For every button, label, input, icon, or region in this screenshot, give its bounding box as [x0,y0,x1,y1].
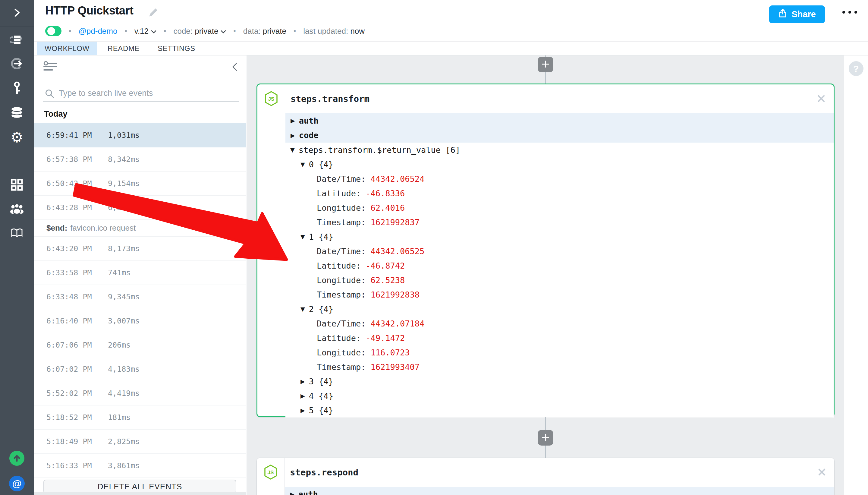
sidebar-item-docs[interactable] [0,222,34,246]
tree-index-row[interactable]: ▼0 {4} [285,157,834,172]
triangle-collapsed-icon[interactable]: ▶ [290,491,294,495]
event-row[interactable]: 6:33:48 PM9,345ms [34,285,246,309]
events-search [43,85,239,102]
event-duration: 181ms [108,413,131,422]
step-card-header: steps.transform [285,84,834,113]
field-value: 1621992837 [371,218,420,227]
triangle-collapsed-icon[interactable]: ▶ [291,132,295,139]
owner-link[interactable]: @pd-demo [79,27,117,36]
field-value: 62.4016 [371,203,405,212]
step-card-gutter: JS [257,458,284,495]
event-row[interactable]: 6:50:42 PM9,154ms [34,172,246,195]
event-row[interactable]: 6:16:40 PM3,007ms [34,309,246,333]
step-card-respond[interactable]: JS steps.respond ▶auth [257,458,835,495]
event-row[interactable]: 5:16:33 PM3,861ms [34,454,246,478]
tree-field-row: Latitude:-46.8742 [285,258,834,273]
field-key: Timestamp: [317,218,366,227]
share-button[interactable]: Share [769,5,825,23]
at-sign-icon: @ [9,476,25,491]
tree-index-row[interactable]: ▼1 {4} [285,229,834,244]
sidebar-deploy-button[interactable] [0,450,34,466]
triangle-expanded-icon[interactable]: ▼ [300,306,305,312]
edit-title-pencil-icon[interactable] [148,7,158,19]
sidebar-expand-button[interactable] [0,2,34,24]
sidebar-item-settings[interactable]: ⚙ [0,125,34,150]
tree-root-row[interactable]: ▼steps.transform.$return_value [6] [285,142,834,157]
sidebar-item-accounts[interactable] [0,76,34,101]
sidebar-profile-avatar[interactable]: @ [0,475,34,493]
sidebar-item-community[interactable] [0,197,34,221]
deploy-toggle[interactable] [45,26,62,36]
tree-index-row[interactable]: ▶3 {4} [285,374,834,389]
field-value: 44342.06524 [371,174,425,184]
more-options-button[interactable] [840,9,859,15]
triangle-collapsed-icon[interactable]: ▶ [300,378,305,385]
tab-readme[interactable]: README [100,41,147,55]
sidebar-item-workflows[interactable] [0,28,34,52]
event-time: 5:18:49 PM [47,437,108,446]
event-row[interactable]: 6:43:20 PM8,173ms [34,237,246,261]
search-icon [45,89,55,99]
filter-icon[interactable] [44,61,57,73]
book-icon [10,227,23,240]
event-row[interactable]: 6:59:41 PM1,031ms [34,123,246,148]
field-value: 1621993407 [371,362,420,372]
section-row-auth[interactable]: ▶auth [285,113,834,128]
events-list: 6:59:41 PM1,031ms6:57:38 PM8,342ms6:50:4… [34,123,246,478]
event-row[interactable]: 5:18:52 PM181ms [34,406,246,430]
tree-index-row[interactable]: ▼2 {4} [285,302,834,316]
event-row[interactable]: 6:07:02 PM4,183ms [34,357,246,381]
database-icon [10,106,23,120]
triangle-expanded-icon[interactable]: ▼ [300,233,305,240]
event-time: 6:50:42 PM [47,179,108,188]
triangle-collapsed-icon[interactable]: ▶ [300,393,305,399]
event-row[interactable]: 5:18:49 PM2,825ms [34,430,246,454]
triangle-expanded-icon[interactable]: ▼ [290,147,295,153]
app-sidebar: ⚙ [0,0,34,495]
workflow-header: HTTP Quickstart • @pd-demo • v.12 • code… [34,0,868,41]
tree-field-row: Timestamp:1621993407 [285,360,834,374]
collapse-panel-chevron-icon[interactable] [231,63,238,72]
event-time: 6:33:58 PM [47,268,108,277]
triangle-collapsed-icon[interactable]: ▶ [291,117,295,124]
version-dropdown[interactable]: v.12 [135,27,156,36]
close-icon[interactable] [817,95,825,104]
field-key: Longitude: [317,275,366,285]
section-row-auth[interactable]: ▶auth [285,487,834,495]
tree-field-row: Longitude:62.5238 [285,273,834,287]
event-duration: 3,007ms [108,317,140,325]
event-row[interactable]: 6:07:06 PM206ms [34,333,246,357]
event-row[interactable]: 5:52:02 PM4,419ms [34,381,246,406]
field-key: Date/Time: [317,174,366,184]
add-step-button-top[interactable]: + [538,57,553,72]
section-row-code[interactable]: ▶code [285,128,834,143]
delete-all-events-button[interactable]: DELETE ALL EVENTS [44,480,236,494]
add-step-button-bottom[interactable]: + [538,430,553,446]
tree-index-row[interactable]: ▶5 {4} [285,403,834,417]
help-button[interactable]: ? [849,61,864,76]
sidebar-item-event-sources[interactable] [0,53,34,77]
event-time: 6:59:41 PM [47,131,108,140]
event-time: 6:33:48 PM [47,292,108,301]
search-input[interactable] [43,85,239,101]
event-time: 5:52:02 PM [47,389,108,398]
tab-workflow[interactable]: WORKFLOW [37,41,97,55]
close-icon[interactable] [818,468,826,477]
page-title: HTTP Quickstart [45,4,134,17]
tree-index-label: 5 {4} [309,406,333,415]
event-row[interactable]: 6:33:58 PM741ms [34,261,246,285]
event-row[interactable]: 6:57:38 PM8,342ms [34,148,246,172]
tree-index-row[interactable]: ▶4 {4} [285,389,834,403]
triangle-collapsed-icon[interactable]: ▶ [300,407,305,414]
event-time: 6:43:28 PM [47,203,108,212]
triangle-expanded-icon[interactable]: ▼ [300,161,305,168]
event-row[interactable]: 6:43:28 PM6,293ms [34,195,246,220]
sidebar-item-apps[interactable] [0,173,34,198]
step-card-transform[interactable]: JS steps.transform ▶auth▶code ▼steps.tra… [257,84,835,417]
workflows-icon [10,33,24,47]
field-value: 44342.07184 [371,319,425,328]
sidebar-item-sql[interactable] [0,101,34,125]
code-visibility-dropdown[interactable]: code: private [173,27,226,36]
field-key: Timestamp: [317,290,366,300]
tab-settings[interactable]: SETTINGS [150,41,203,55]
